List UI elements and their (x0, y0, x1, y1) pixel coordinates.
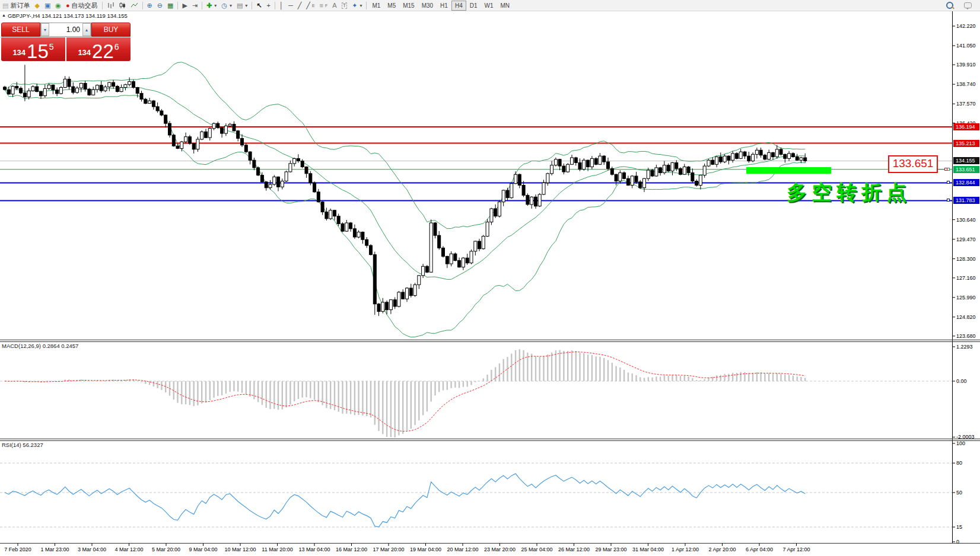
dropdown-caret-icon: ▾ (230, 3, 232, 8)
zoom-out-button[interactable]: ⊖ (155, 1, 165, 10)
autotrading-label: 自动交易 (72, 1, 98, 10)
toolbar: ▤ 新订单 ◆ ▣ ◉ ● 自动交易 ⊕ ⊖ ▦ ▶ ⇥ ✚▾ ◷▾ ▤▾ ↖ (0, 0, 980, 11)
chart-shift-icon: ⇥ (192, 2, 198, 9)
buy-button[interactable]: BUY (91, 23, 131, 37)
sell-button[interactable]: SELL (1, 23, 40, 37)
separator (366, 2, 367, 9)
sell-price-sup: 5 (49, 42, 54, 52)
new-order-icon: ▤ (2, 2, 8, 9)
fibonacci-icon: ≡ (320, 2, 323, 9)
turning-point-annotation[interactable]: 多空转折点 (787, 179, 911, 206)
channel-sub-label: E (312, 4, 315, 8)
crosshair-icon: + (267, 2, 271, 9)
signal-icon: ◉ (55, 2, 61, 9)
chart-shift-button[interactable]: ⇥ (190, 1, 200, 10)
arrows-tool-button[interactable]: ✦▾ (349, 1, 364, 10)
zoom-out-icon: ⊖ (157, 2, 163, 9)
timeframe-button-W1[interactable]: W1 (481, 1, 497, 11)
monitor-icon: ▣ (44, 2, 50, 9)
templates-button[interactable]: ▤▾ (234, 1, 250, 10)
buy-price-big: 22 (92, 43, 114, 60)
separator (177, 2, 178, 9)
label-tool-button[interactable]: T (339, 1, 350, 10)
hline-tool-button[interactable]: ─ (286, 1, 295, 10)
one-click-trading-panel: SELL ▼ ▲ BUY 134 15 5 134 22 6 (1, 23, 131, 61)
channel-icon: ╱ (306, 2, 310, 9)
timeframe-button-MN[interactable]: MN (497, 1, 514, 11)
indicators-button[interactable]: ✚▾ (204, 1, 219, 10)
search-icon (946, 2, 953, 9)
bar-chart-button[interactable] (104, 1, 116, 10)
symbol-ohlc-line: GBPJPY-,H4 134.121 134.173 134.119 134.1… (8, 12, 128, 19)
timeframe-button-M30[interactable]: M30 (418, 1, 437, 11)
channel-tool-button[interactable]: ╱E (304, 1, 317, 10)
indicators-plus-icon: ✚ (206, 2, 212, 9)
volume-decrease-button[interactable]: ▼ (41, 23, 49, 36)
text-tool-button[interactable]: A (330, 1, 339, 10)
clock-icon: ◷ (221, 2, 227, 9)
template-icon: ▤ (237, 2, 243, 9)
mt4-terminal: ▤ 新订单 ◆ ▣ ◉ ● 自动交易 ⊕ ⊖ ▦ ▶ ⇥ ✚▾ ◷▾ ▤▾ ↖ (0, 0, 980, 556)
trendline-tool-button[interactable]: ╱ (295, 1, 304, 10)
timeframe-button-M5[interactable]: M5 (384, 1, 399, 11)
timeframe-button-M1[interactable]: M1 (368, 1, 384, 11)
candle-chart-button[interactable] (116, 1, 128, 10)
new-order-label: 新订单 (10, 1, 30, 10)
volume-input[interactable] (49, 23, 82, 36)
periods-button[interactable]: ◷▾ (219, 1, 234, 10)
line-chart-icon (131, 2, 138, 9)
timeframe-button-D1[interactable]: D1 (466, 1, 481, 11)
macd-pane-label: MACD(12,26,9) 0.2864 0.2457 (2, 343, 78, 349)
bar-chart-icon (107, 2, 114, 9)
line-chart-button[interactable] (128, 1, 141, 10)
buy-price-sup: 6 (114, 42, 119, 52)
tile-windows-icon: ▦ (167, 2, 173, 9)
buy-price-button[interactable]: 134 22 6 (66, 37, 131, 61)
sell-price-button[interactable]: 134 15 5 (1, 37, 65, 61)
buy-price-prefix: 134 (78, 48, 91, 57)
chat-icon (964, 2, 972, 8)
text-tool-icon: A (332, 2, 336, 9)
new-order-button[interactable]: ▤ 新订单 (0, 1, 32, 10)
search-button[interactable] (944, 1, 956, 10)
timeframe-button-M15[interactable]: M15 (399, 1, 418, 11)
zoom-in-button[interactable]: ⊕ (145, 1, 155, 10)
price-box-annotation[interactable]: 133.651 (888, 155, 938, 173)
sell-price-big: 15 (27, 43, 49, 60)
crosshair-tool-button[interactable]: + (265, 1, 273, 10)
trendline-icon: ╱ (298, 2, 302, 9)
deposit-button[interactable]: ◆ (32, 1, 42, 10)
dropdown-caret-icon: ▾ (359, 3, 362, 8)
highlight-bar-annotation[interactable] (746, 167, 831, 174)
auto-scroll-icon: ▶ (182, 2, 187, 9)
vertical-line-icon: │ (279, 2, 284, 9)
tile-windows-button[interactable]: ▦ (165, 1, 176, 10)
sell-price-prefix: 134 (12, 48, 26, 57)
timeframe-button-H4[interactable]: H4 (451, 1, 466, 11)
rsi-pane-label: RSI(14) 56.2327 (2, 442, 43, 448)
horizontal-line-icon: ─ (288, 2, 293, 9)
panel-collapse-icon[interactable]: ▲ (2, 13, 6, 17)
separator (252, 2, 252, 9)
arrows-icon: ✦ (352, 2, 357, 9)
autotrading-icon: ● (66, 2, 70, 9)
dropdown-caret-icon: ▾ (245, 3, 247, 8)
timeframe-button-H1[interactable]: H1 (437, 1, 451, 11)
fibonacci-tool-button[interactable]: ≡F (317, 1, 330, 10)
terminal-button[interactable]: ▣ (42, 1, 53, 10)
chat-button[interactable] (962, 1, 974, 10)
signals-button[interactable]: ◉ (53, 1, 63, 10)
dropdown-caret-icon: ▾ (214, 3, 217, 8)
vline-tool-button[interactable]: │ (277, 1, 286, 10)
separator (275, 2, 275, 9)
gold-icon: ◆ (34, 2, 39, 9)
cursor-tool-button[interactable]: ↖ (254, 1, 264, 10)
autotrading-button[interactable]: ● 自动交易 (63, 1, 100, 10)
separator (142, 2, 143, 9)
auto-scroll-button[interactable]: ▶ (180, 1, 189, 10)
candle-chart-icon (119, 2, 126, 9)
zoom-in-icon: ⊕ (147, 2, 152, 9)
chart-canvas[interactable] (0, 0, 980, 556)
volume-increase-button[interactable]: ▲ (82, 23, 91, 36)
separator (102, 2, 103, 9)
